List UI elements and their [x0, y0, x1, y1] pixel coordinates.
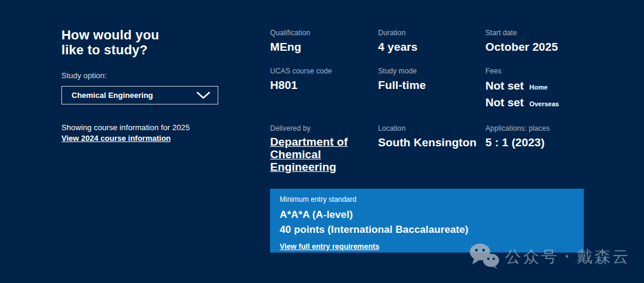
location-label: Location	[378, 124, 485, 133]
department-link[interactable]: Department of Chemical Engineering	[270, 136, 349, 173]
duration-cell: Duration 4 years	[378, 29, 485, 54]
qualification-cell: Qualification MEng	[270, 29, 378, 54]
study-mode-value: Full-time	[378, 78, 485, 93]
fees-home-value: Not set	[485, 79, 524, 92]
fees-home-tag: Home	[530, 84, 548, 91]
page-title: How would you like to study?	[61, 27, 240, 57]
fees-overseas-value: Not set	[485, 96, 524, 109]
study-panel: How would you like to study? Study optio…	[61, 27, 240, 143]
ucas-code-label: UCAS course code	[270, 67, 378, 75]
duration-label: Duration	[378, 29, 485, 37]
study-mode-cell: Study mode Full-time	[378, 67, 485, 112]
qualification-value: MEng	[270, 40, 378, 54]
page-title-line2: like to study?	[61, 42, 240, 57]
location-value: South Kensington	[378, 136, 485, 150]
study-option-dropdown[interactable]: Chemical Engineering	[61, 86, 218, 104]
entry-a-level-value: A*A*A (A-level)	[280, 207, 574, 222]
start-date-label: Start date	[485, 29, 586, 37]
course-info-page: How would you like to study? Study optio…	[0, 0, 644, 283]
fees-overseas-tag: Overseas	[530, 100, 559, 107]
study-option-label: Study option:	[61, 71, 240, 80]
study-option-selected-value: Chemical Engineering	[72, 91, 153, 100]
start-date-value: October 2025	[485, 40, 586, 54]
delivered-by-cell: Delivered by Department of Chemical Engi…	[270, 124, 378, 173]
minimum-entry-standard-box: Minimum entry standard A*A*A (A-level) 4…	[270, 189, 584, 253]
ucas-code-cell: UCAS course code H801	[270, 67, 378, 112]
fees-label: Fees	[485, 67, 586, 75]
applications-cell: Applications: places 5 : 1 (2023)	[485, 124, 586, 173]
study-mode-label: Study mode	[378, 67, 485, 75]
entry-ib-value: 40 points (International Baccalaureate)	[280, 222, 574, 237]
info-grid-row-1: Qualification MEng Duration 4 years Star…	[270, 29, 586, 54]
info-grid-row-2: UCAS course code H801 Study mode Full-ti…	[270, 67, 586, 112]
duration-value: 4 years	[378, 40, 485, 54]
fees-overseas-line: Not set Overseas	[485, 95, 586, 112]
qualification-label: Qualification	[270, 29, 378, 37]
delivered-by-label: Delivered by	[270, 124, 378, 133]
entry-standard-label: Minimum entry standard	[280, 195, 574, 204]
chevron-down-icon	[196, 91, 210, 99]
showing-course-info-text: Showing course information for 2025	[61, 123, 240, 132]
start-date-cell: Start date October 2025	[485, 29, 586, 54]
view-2024-course-info-link[interactable]: View 2024 course information	[61, 134, 171, 143]
applications-value: 5 : 1 (2023)	[485, 136, 586, 150]
fees-cell: Fees Not set Home Not set Overseas	[485, 67, 586, 112]
view-entry-requirements-link[interactable]: View full entry requirements	[280, 242, 379, 251]
page-title-line1: How would you	[61, 27, 240, 42]
info-grid-row-3: Delivered by Department of Chemical Engi…	[270, 124, 586, 173]
location-cell: Location South Kensington	[378, 124, 485, 173]
applications-label: Applications: places	[485, 124, 586, 133]
ucas-code-value: H801	[270, 78, 378, 93]
fees-home-line: Not set Home	[485, 78, 586, 95]
course-info-grid: Qualification MEng Duration 4 years Star…	[270, 29, 586, 186]
